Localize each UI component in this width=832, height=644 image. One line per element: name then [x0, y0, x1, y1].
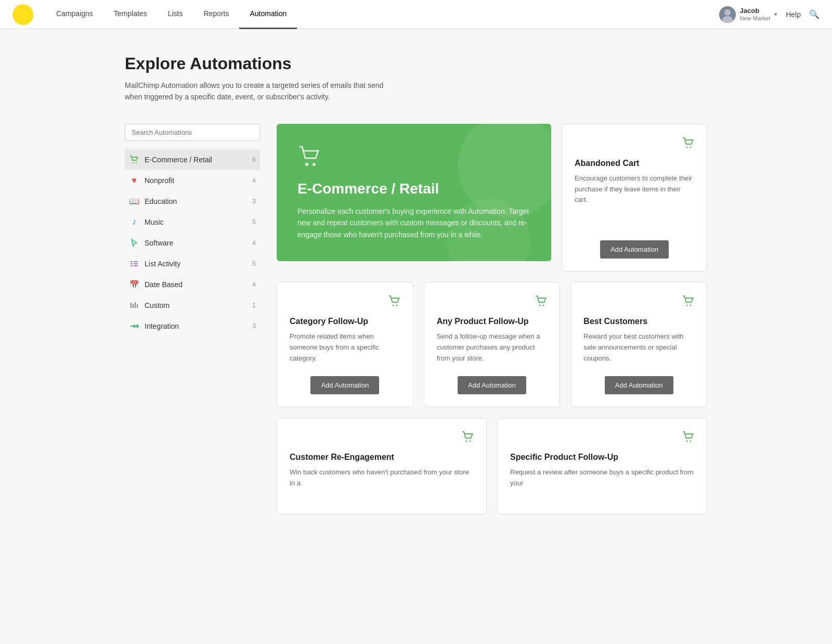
- abandoned-cart-card: Abandoned Cart Encourage customers to co…: [562, 124, 707, 272]
- sidebar-item-integration[interactable]: Integration 3: [125, 316, 260, 337]
- nav-user-name: Jacob: [740, 7, 771, 15]
- sidebar-item-nonprofit[interactable]: ♥ Nonprofit 4: [125, 170, 260, 191]
- sidebar-count-software: 4: [252, 239, 256, 247]
- nav-links: Campaigns Templates Lists Reports Automa…: [46, 0, 719, 29]
- bottom-cards-grid: Customer Re-Engagement Win back customer…: [277, 418, 707, 514]
- sidebar-label-datebased: Date Based: [145, 280, 252, 289]
- heart-icon: ♥: [129, 175, 139, 186]
- nav-templates[interactable]: Templates: [103, 0, 158, 29]
- nav-automation[interactable]: Automation: [239, 0, 297, 29]
- page-content: Explore Automations MailChimp Automation…: [104, 29, 728, 539]
- abandoned-cart-add-button[interactable]: Add Automation: [600, 240, 669, 259]
- svg-point-23: [539, 304, 541, 306]
- sidebar-label-ecommerce: E-Commerce / Retail: [145, 156, 252, 164]
- best-customers-title: Best Customers: [583, 317, 694, 326]
- sidebar-count-integration: 3: [252, 322, 256, 330]
- best-customers-desc: Reward your best customers with sale ann…: [583, 331, 694, 364]
- card-best-customers: Best Customers Reward your best customer…: [570, 282, 707, 407]
- page-title: Explore Automations: [125, 54, 707, 73]
- sidebar-item-software[interactable]: Software 4: [125, 233, 260, 253]
- nav-reports[interactable]: Reports: [193, 0, 239, 29]
- sidebar-item-education[interactable]: 📖 Education 3: [125, 191, 260, 212]
- bars-icon: [129, 300, 139, 311]
- hero-card: E-Commerce / Retail Personalize each cus…: [277, 124, 551, 261]
- music-icon: ♪: [129, 217, 139, 227]
- customer-reengagement-icon: [290, 431, 474, 446]
- sidebar-label-nonprofit: Nonprofit: [145, 176, 252, 185]
- sidebar-count-education: 3: [252, 197, 256, 205]
- nav-campaigns[interactable]: Campaigns: [46, 0, 103, 29]
- hero-title: E-Commerce / Retail: [297, 181, 530, 197]
- sidebar-label-software: Software: [145, 239, 252, 247]
- svg-point-3: [724, 9, 731, 16]
- sidebar-item-listactivity[interactable]: List Activity 5: [125, 253, 260, 274]
- sidebar-item-custom[interactable]: Custom 1: [125, 295, 260, 316]
- svg-point-29: [686, 441, 688, 442]
- svg-point-26: [690, 304, 691, 306]
- svg-point-0: [17, 8, 29, 21]
- svg-point-28: [470, 441, 471, 442]
- abandoned-cart-desc: Encourage customers to complete their pu…: [575, 173, 694, 228]
- nav-right: Jacob New Market ▾ Help 🔍: [719, 6, 820, 23]
- abandoned-cart-icon: [575, 137, 694, 152]
- hero-desc: Personalize each customer's buying exper…: [297, 205, 530, 240]
- card-category-followup: Category Follow-Up Promote related items…: [277, 282, 413, 407]
- search-icon[interactable]: 🔍: [809, 9, 820, 19]
- sidebar-count-music: 5: [252, 218, 256, 226]
- nav-user-info: Jacob New Market: [740, 7, 771, 22]
- category-followup-icon: [290, 295, 400, 311]
- category-followup-title: Category Follow-Up: [290, 317, 400, 326]
- nav-help[interactable]: Help: [786, 10, 801, 19]
- specific-product-followup-icon: [510, 431, 694, 446]
- svg-point-20: [690, 146, 692, 148]
- sidebar-item-music[interactable]: ♪ Music 5: [125, 212, 260, 233]
- hero-row: E-Commerce / Retail Personalize each cus…: [277, 124, 707, 272]
- svg-point-30: [690, 441, 692, 442]
- integration-icon: [129, 321, 139, 331]
- search-input[interactable]: [125, 124, 260, 141]
- cursor-icon: [129, 238, 139, 248]
- nav-user[interactable]: Jacob New Market ▾: [719, 6, 778, 23]
- category-followup-add-button[interactable]: Add Automation: [310, 376, 379, 394]
- sidebar-count-custom: 1: [252, 301, 256, 309]
- nav-avatar: [719, 6, 736, 23]
- content-area: E-Commerce / Retail Personalize each cus…: [277, 124, 707, 514]
- svg-point-27: [466, 441, 467, 442]
- sidebar-label-integration: Integration: [145, 322, 252, 330]
- svg-point-24: [543, 304, 544, 306]
- svg-point-25: [686, 304, 687, 306]
- sidebar-label-music: Music: [145, 218, 252, 226]
- customer-reengagement-title: Customer Re-Engagement: [290, 453, 474, 462]
- nav-bar: 🐵 Campaigns Templates Lists Reports Auto…: [0, 0, 832, 29]
- any-product-followup-icon: [437, 295, 548, 311]
- card-customer-reengagement: Customer Re-Engagement Win back customer…: [277, 418, 487, 514]
- best-customers-icon: [583, 295, 694, 311]
- book-icon: 📖: [129, 196, 139, 207]
- main-layout: E-Commerce / Retail 6 ♥ Nonprofit 4 📖 Ed…: [125, 124, 707, 514]
- nav-user-sub: New Market: [740, 15, 771, 22]
- chevron-down-icon: ▾: [774, 11, 777, 18]
- svg-point-22: [396, 304, 397, 306]
- nav-logo: 🐵: [12, 4, 33, 25]
- svg-point-21: [392, 304, 394, 306]
- sidebar-label-custom: Custom: [145, 301, 252, 310]
- sidebar-label-listactivity: List Activity: [145, 260, 252, 268]
- svg-point-6: [136, 162, 137, 163]
- svg-point-5: [133, 162, 134, 163]
- hero-cart-icon: [297, 145, 530, 172]
- best-customers-add-button[interactable]: Add Automation: [605, 376, 673, 394]
- card-specific-product-followup: Specific Product Follow-Up Request a rev…: [497, 418, 707, 514]
- sidebar-label-education: Education: [145, 197, 252, 205]
- sidebar-item-ecommerce[interactable]: E-Commerce / Retail 6: [125, 149, 260, 170]
- sidebar-count-datebased: 4: [252, 280, 256, 288]
- abandoned-cart-title: Abandoned Cart: [575, 159, 694, 168]
- nav-lists[interactable]: Lists: [158, 0, 193, 29]
- svg-point-18: [313, 163, 316, 166]
- any-product-followup-add-button[interactable]: Add Automation: [458, 376, 526, 394]
- calendar-icon: 📅: [129, 279, 139, 290]
- list-icon: [129, 259, 139, 269]
- sidebar-item-datebased[interactable]: 📅 Date Based 4: [125, 274, 260, 295]
- sidebar-count-nonprofit: 4: [252, 176, 256, 184]
- any-product-followup-desc: Send a follow-up message when a customer…: [437, 331, 548, 364]
- cart-icon: [129, 154, 139, 165]
